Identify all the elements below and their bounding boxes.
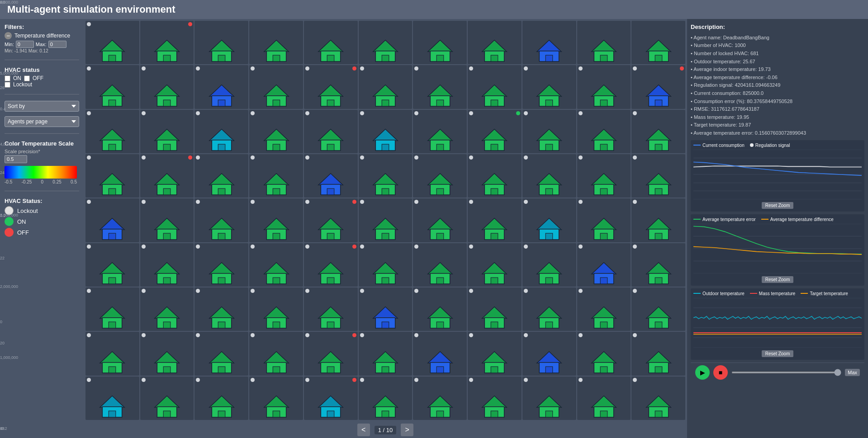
grid-cell[interactable]: [522, 287, 576, 331]
grid-cell[interactable]: [631, 198, 685, 242]
grid-cell[interactable]: [304, 198, 358, 242]
grid-cell[interactable]: [577, 21, 631, 64]
grid-cell[interactable]: [140, 287, 194, 331]
grid-cell[interactable]: [249, 332, 303, 375]
grid-cell[interactable]: [413, 377, 467, 420]
grid-cell[interactable]: [631, 243, 685, 287]
prev-page-btn[interactable]: <: [357, 424, 370, 436]
stop-button[interactable]: ■: [713, 365, 728, 380]
grid-cell[interactable]: [468, 110, 522, 153]
grid-cell[interactable]: [522, 154, 576, 198]
grid-cell[interactable]: [577, 243, 631, 287]
grid-cell[interactable]: [249, 21, 303, 64]
grid-cell[interactable]: [304, 377, 358, 420]
grid-cell[interactable]: [249, 287, 303, 331]
grid-cell[interactable]: [577, 377, 631, 420]
grid-cell[interactable]: [194, 198, 248, 242]
grid-cell[interactable]: [468, 377, 522, 420]
grid-cell[interactable]: [359, 21, 413, 64]
grid-cell[interactable]: [249, 154, 303, 198]
grid-cell[interactable]: [359, 243, 413, 287]
max-input[interactable]: [48, 41, 66, 48]
grid-cell[interactable]: [468, 65, 522, 108]
grid-cell[interactable]: [194, 377, 248, 420]
grid-cell[interactable]: [194, 287, 248, 331]
grid-cell[interactable]: [413, 65, 467, 108]
chart1-reset-zoom[interactable]: Reset Zoom: [762, 202, 793, 209]
grid-cell[interactable]: [140, 21, 194, 64]
grid-cell[interactable]: [522, 198, 576, 242]
grid-cell[interactable]: [194, 110, 248, 153]
grid-cell[interactable]: [468, 287, 522, 331]
grid-cell[interactable]: [140, 154, 194, 198]
grid-cell[interactable]: [413, 21, 467, 64]
grid-cell[interactable]: [631, 154, 685, 198]
grid-cell[interactable]: [194, 21, 248, 64]
grid-cell[interactable]: [249, 198, 303, 242]
grid-cell[interactable]: [468, 198, 522, 242]
grid-cell[interactable]: [577, 154, 631, 198]
chart3-reset-zoom[interactable]: Reset Zoom: [762, 350, 793, 357]
grid-cell[interactable]: [359, 198, 413, 242]
grid-cell[interactable]: [413, 110, 467, 153]
grid-cell[interactable]: [468, 243, 522, 287]
grid-cell[interactable]: [85, 377, 139, 420]
grid-cell[interactable]: [304, 110, 358, 153]
grid-cell[interactable]: [85, 65, 139, 108]
grid-cell[interactable]: [631, 65, 685, 108]
grid-cell[interactable]: [194, 243, 248, 287]
grid-cell[interactable]: [468, 332, 522, 375]
grid-cell[interactable]: [85, 21, 139, 64]
grid-cell[interactable]: [140, 377, 194, 420]
grid-cell[interactable]: [577, 332, 631, 375]
grid-cell[interactable]: [140, 332, 194, 375]
chart2-reset-zoom[interactable]: Reset Zoom: [762, 276, 793, 283]
grid-cell[interactable]: [249, 243, 303, 287]
grid-cell[interactable]: [140, 243, 194, 287]
grid-cell[interactable]: [304, 243, 358, 287]
grid-cell[interactable]: [631, 377, 685, 420]
grid-cell[interactable]: [413, 243, 467, 287]
grid-cell[interactable]: [194, 154, 248, 198]
grid-cell[interactable]: [577, 287, 631, 331]
grid-cell[interactable]: [359, 377, 413, 420]
play-button[interactable]: ▶: [695, 365, 710, 380]
grid-cell[interactable]: [140, 198, 194, 242]
grid-cell[interactable]: [304, 21, 358, 64]
grid-cell[interactable]: [85, 287, 139, 331]
grid-cell[interactable]: [304, 65, 358, 108]
grid-cell[interactable]: [522, 332, 576, 375]
grid-cell[interactable]: [85, 198, 139, 242]
grid-cell[interactable]: [359, 154, 413, 198]
grid-cell[interactable]: [304, 332, 358, 375]
grid-cell[interactable]: [577, 198, 631, 242]
grid-cell[interactable]: [522, 65, 576, 108]
grid-cell[interactable]: [85, 154, 139, 198]
grid-cell[interactable]: [249, 110, 303, 153]
grid-cell[interactable]: [631, 287, 685, 331]
grid-cell[interactable]: [140, 65, 194, 108]
grid-cell[interactable]: [194, 65, 248, 108]
grid-cell[interactable]: [631, 110, 685, 153]
grid-cell[interactable]: [522, 21, 576, 64]
grid-cell[interactable]: [522, 110, 576, 153]
grid-cell[interactable]: [413, 154, 467, 198]
grid-cell[interactable]: [413, 287, 467, 331]
grid-cell[interactable]: [522, 243, 576, 287]
grid-cell[interactable]: [413, 198, 467, 242]
grid-cell[interactable]: [468, 21, 522, 64]
grid-cell[interactable]: [577, 110, 631, 153]
speed-slider[interactable]: [731, 372, 841, 373]
next-page-btn[interactable]: >: [401, 424, 413, 436]
grid-cell[interactable]: [631, 332, 685, 375]
grid-cell[interactable]: [140, 110, 194, 153]
grid-cell[interactable]: [194, 332, 248, 375]
grid-cell[interactable]: [413, 332, 467, 375]
grid-cell[interactable]: [359, 332, 413, 375]
grid-cell[interactable]: [359, 287, 413, 331]
grid-cell[interactable]: [304, 287, 358, 331]
grid-cell[interactable]: [468, 154, 522, 198]
grid-cell[interactable]: [631, 21, 685, 64]
grid-cell[interactable]: [359, 65, 413, 108]
grid-cell[interactable]: [522, 377, 576, 420]
